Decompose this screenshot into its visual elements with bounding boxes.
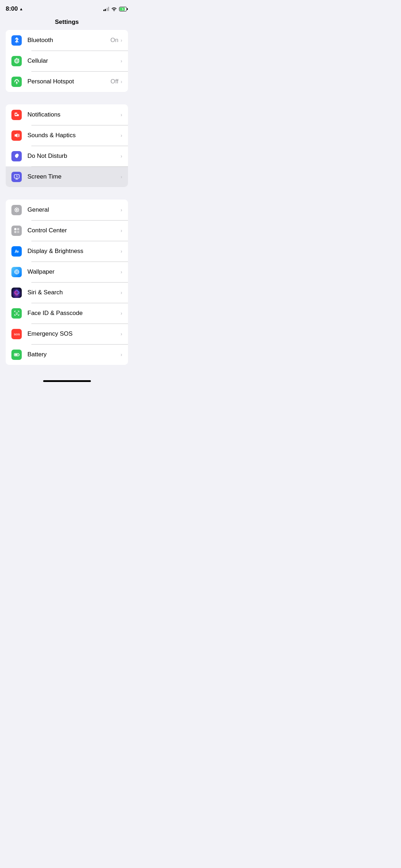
faceid-row[interactable]: Face ID & Passcode › <box>6 303 128 324</box>
system-group: Notifications › Sounds & Haptics › <box>6 104 128 187</box>
signal-bar-3 <box>107 8 108 11</box>
cellular-label: Cellular <box>27 57 118 64</box>
dnd-icon <box>11 151 22 161</box>
control-center-chevron: › <box>120 228 122 233</box>
emergency-sos-icon: SOS <box>11 329 22 339</box>
general-label: General <box>27 206 120 213</box>
display-label: Display & Brightness <box>27 248 120 255</box>
display-chevron: › <box>120 248 122 254</box>
dnd-row[interactable]: Do Not Disturb › <box>6 146 128 166</box>
svg-rect-18 <box>17 228 19 230</box>
general-row[interactable]: General › <box>6 200 128 220</box>
faceid-chevron: › <box>120 310 122 316</box>
cellular-chevron: › <box>120 58 122 64</box>
bluetooth-value: On <box>110 37 119 44</box>
screen-time-chevron: › <box>120 174 122 180</box>
cellular-icon <box>11 56 22 66</box>
signal-bar-2 <box>105 9 106 11</box>
page-title: Settings <box>0 16 134 30</box>
wallpaper-row[interactable]: Wallpaper › <box>6 262 128 282</box>
cellular-row[interactable]: Cellular › <box>6 51 128 71</box>
svg-point-15 <box>16 209 17 211</box>
general-icon <box>11 205 22 215</box>
connectivity-group: Bluetooth On › Cellular › <box>6 30 128 92</box>
signal-bar-4 <box>108 7 109 11</box>
display-row[interactable]: A A Display & Brightness › <box>6 241 128 262</box>
location-icon: ▲ <box>19 7 23 11</box>
dnd-chevron: › <box>120 153 122 159</box>
emergency-sos-chevron: › <box>120 331 122 337</box>
wallpaper-chevron: › <box>120 269 122 275</box>
svg-text:A: A <box>17 250 19 253</box>
siri-row[interactable]: Siri & Search › <box>6 282 128 303</box>
bluetooth-row[interactable]: Bluetooth On › <box>6 30 128 51</box>
hotspot-row[interactable]: Personal Hotspot Off › <box>6 71 128 92</box>
screen-time-icon <box>11 172 22 182</box>
control-center-row[interactable]: Control Center › <box>6 220 128 241</box>
home-bar <box>43 380 91 382</box>
battery-icon <box>119 7 128 11</box>
group-connectivity: Bluetooth On › Cellular › <box>0 30 134 92</box>
signal-bar-1 <box>103 10 104 11</box>
svg-rect-20 <box>17 231 19 233</box>
siri-label: Siri & Search <box>27 289 120 296</box>
svg-point-30 <box>14 291 19 294</box>
display-icon: A A <box>11 246 22 257</box>
notifications-row[interactable]: Notifications › <box>6 104 128 125</box>
status-bar: 8:00 ▲ <box>0 0 134 16</box>
hotspot-icon <box>11 77 22 87</box>
faceid-label: Face ID & Passcode <box>27 310 120 317</box>
wallpaper-label: Wallpaper <box>27 268 120 275</box>
preferences-group: General › Control Center › <box>6 200 128 365</box>
notifications-icon <box>11 110 22 120</box>
faceid-icon <box>11 308 22 319</box>
svg-rect-19 <box>14 231 16 233</box>
emergency-sos-row[interactable]: SOS Emergency SOS › <box>6 324 128 344</box>
status-icons <box>103 7 128 11</box>
battery-label: Battery <box>27 351 120 358</box>
svg-rect-1 <box>127 8 128 10</box>
svg-point-31 <box>15 290 18 295</box>
notifications-label: Notifications <box>27 111 120 118</box>
siri-icon <box>11 288 22 298</box>
siri-chevron: › <box>120 290 122 295</box>
battery-chevron: › <box>120 352 122 357</box>
status-time: 8:00 ▲ <box>6 5 23 12</box>
svg-point-4 <box>16 60 18 62</box>
svg-rect-38 <box>15 354 17 356</box>
sounds-row[interactable]: Sounds & Haptics › <box>6 125 128 146</box>
battery-row-icon <box>11 350 22 360</box>
svg-marker-11 <box>15 133 17 138</box>
sounds-chevron: › <box>120 133 122 138</box>
signal-strength <box>103 7 109 11</box>
sounds-label: Sounds & Haptics <box>27 132 120 139</box>
notifications-chevron: › <box>120 112 122 118</box>
group-preferences: General › Control Center › <box>0 200 134 365</box>
wifi-icon <box>111 7 117 11</box>
sounds-icon <box>11 130 22 141</box>
svg-point-10 <box>17 112 19 114</box>
settings-content: Bluetooth On › Cellular › <box>0 30 134 365</box>
time-display: 8:00 <box>6 5 18 12</box>
battery-row[interactable]: Battery › <box>6 344 128 365</box>
screen-time-row[interactable]: Screen Time › <box>6 166 128 187</box>
svg-rect-37 <box>19 355 20 356</box>
svg-text:SOS: SOS <box>14 333 20 336</box>
bluetooth-chevron: › <box>120 37 122 43</box>
bluetooth-icon <box>11 35 22 46</box>
home-indicator <box>0 377 134 383</box>
hotspot-chevron: › <box>120 79 122 84</box>
wallpaper-icon <box>11 267 22 277</box>
hotspot-value: Off <box>110 78 118 85</box>
general-chevron: › <box>120 207 122 213</box>
svg-rect-9 <box>15 114 17 115</box>
hotspot-label: Personal Hotspot <box>27 78 110 85</box>
control-center-label: Control Center <box>27 227 120 234</box>
svg-point-25 <box>16 272 17 272</box>
svg-rect-17 <box>14 228 16 230</box>
group-system: Notifications › Sounds & Haptics › <box>0 104 134 187</box>
screen-time-label: Screen Time <box>27 173 120 180</box>
bluetooth-label: Bluetooth <box>27 37 110 44</box>
emergency-sos-label: Emergency SOS <box>27 330 120 337</box>
dnd-label: Do Not Disturb <box>27 153 120 160</box>
